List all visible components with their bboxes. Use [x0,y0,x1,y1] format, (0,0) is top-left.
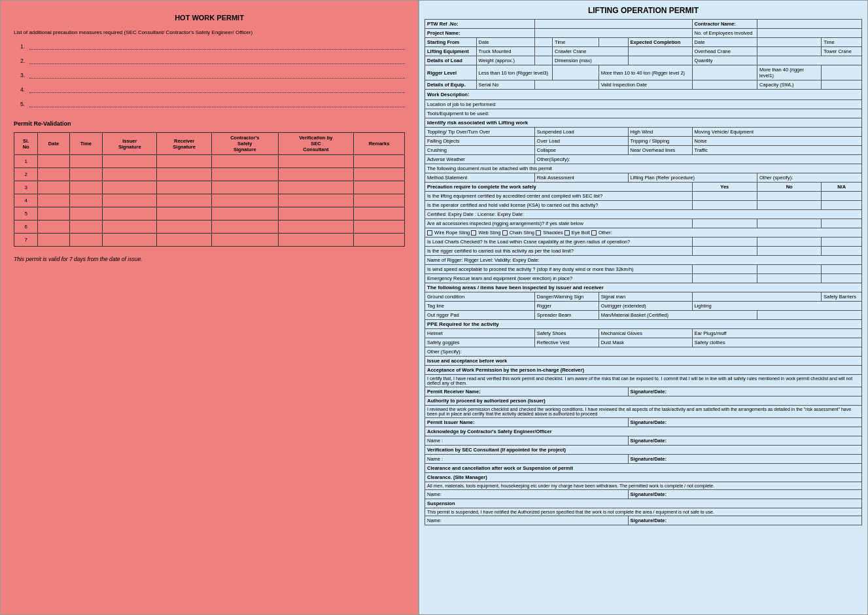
risk-overload: Over Load [534,137,628,146]
suspension-name-row: Name: Signature/Date: [425,516,862,525]
col-time: Time [69,133,102,155]
table-row: 3 [14,181,405,194]
inspection-row-3: Out rigger Pad Spreader Beam Man/Materia… [425,311,862,320]
row6-time [69,220,102,234]
start-date-label: Date [476,38,534,47]
lifting-equipment-row: Lifting Equipment Truck Mounted Crawler … [425,47,862,56]
col-remarks: Remarks [354,133,405,155]
precaution-q5: Wire Rope Sling Web Sling Chain Sling Sh… [425,228,862,237]
load-details-row: Details of Load Weight (approx.) Dimensi… [425,56,862,65]
dates-row: Starting From Date Time Expected Complet… [425,38,862,47]
q6-no [757,237,822,247]
row4-receiver [157,194,211,207]
starting-from-label: Starting From [425,38,477,47]
safety-goggles: Safety goggles [425,338,535,347]
project-name-label: Project Name: [425,29,535,38]
row6-issuer [103,220,157,234]
crawler-value [628,47,692,56]
line-4 [29,85,405,93]
row2-verification [278,168,353,181]
checkbox-web-sling[interactable] [471,230,476,236]
row3-receiver [157,181,211,194]
row6-remarks [354,220,405,234]
checkbox-wire-rope[interactable] [427,230,432,236]
q6-na [822,237,862,247]
verification-sig-label: Signature/Date: [628,455,861,464]
capacity-value [822,80,862,90]
safety-clothes: Safety clothes [692,338,861,347]
issue-acceptance-title: Issue and acceptance before work [425,357,862,366]
exp-date-label: Date [692,38,757,47]
location-text: Location of job to be performed: [427,101,496,107]
precaution-q3: Certified: Expiry Date : License: Expiry… [425,210,862,219]
risk-overhead: Near Overhead lines [628,146,692,155]
tools-label: Tools/Equipment to be used: [425,109,862,118]
weight-label: Weight (approx.) [476,56,534,65]
acknowledge-name-label: Name : [425,436,629,446]
risk-noise: Noise [692,137,861,146]
acknowledge-sig-label: Signature/Date: [628,436,861,446]
q5-text: Wire Rope Sling Web Sling Chain Sling Sh… [425,228,862,237]
q7-text: Is the rigger certified to carried out t… [425,247,693,256]
q2-no [757,201,822,210]
risk-row-2: Falling Objects Over Load Tripping / Sli… [425,137,862,146]
ptw-ref-label: PTW Ref .No: [425,20,535,29]
revalidation-title: Permit Re-Validation [14,120,405,127]
rigger-name-text: Name of Rigger: Rigger Level: Validity: … [425,256,862,265]
row2-receiver [157,168,211,181]
start-date-value [534,38,552,47]
risk-row-1: Toppling/ Tip Over/Turn Over Suspended L… [425,128,862,137]
location-label: Location of job to be performed: [425,100,862,109]
q8-no [757,265,822,274]
checkbox-chain-sling[interactable] [502,230,508,236]
checkbox-other[interactable] [591,230,597,236]
row3-remarks [354,181,405,194]
q6-text: Is Load Charts Checked? Is the Load with… [425,237,693,247]
crawler-crane-label: Crawler Crane [553,47,628,56]
acceptance-text-row: I certify that, I have read and verified… [425,375,862,387]
q8-text: Is wind speed acceptable to proceed the … [425,265,693,274]
other-specify-doc: Other (specify): [757,173,862,183]
rigger-label: Rigger [534,302,599,311]
other-specify-row: Other (Specify): [425,347,862,357]
q9-yes [692,274,757,283]
suspension-title: Suspension [425,499,862,508]
table-row: 4 [14,194,405,207]
row4-contractors [211,194,278,207]
less-10-value [553,65,599,80]
risk-toppling: Toppling/ Tip Over/Turn Over [425,128,535,137]
verification-name-row: Name : Signature/Date: [425,455,862,464]
more-10-40-value [692,65,757,80]
q1-na [822,192,862,201]
safety-shoes: Safety Shoes [534,329,599,338]
col-verification: Verification bySECConsultant [278,133,353,155]
clearance-title-row: Clearance and cancellation after work or… [425,464,862,473]
exp-date-value [757,38,822,47]
table-row: 2 [14,168,405,181]
checkbox-eye-bolt[interactable] [564,230,570,236]
suspension-text-row: This permit is suspended, I have notifie… [425,508,862,516]
attached-docs-text: The following document must be attached … [427,166,552,171]
issue-acceptance-row: Issue and acceptance before work [425,357,862,366]
row1-receiver [157,155,211,168]
ppe-row-1: Helmet Safety Shoes Mechanical Gloves Ea… [425,329,862,338]
verification-title: Verification by SEC Consultant (If appoi… [425,446,862,455]
ear-plugs: Ear Plugs/muff [692,329,861,338]
no-employees-label: No. of Employees involved [692,29,757,38]
row5-time [69,207,102,220]
inspection-header: The following areas / items have been in… [425,283,862,292]
inspection-row-1: Ground condition Danger/Warning Sign Sig… [425,292,862,302]
q7-no [757,247,822,256]
row1-time [69,155,102,168]
clearance-text: All men, materials, tools equipment, hou… [425,482,862,490]
precaution-q6: Is Load Charts Checked? Is the Load with… [425,237,862,247]
checkbox-shackles[interactable] [536,230,541,236]
safety-barriers-label: Safety Barriers [822,292,862,302]
capacity-label: Capacity (SWL) [757,80,822,90]
issuer-name-row: Permit Issuer Name: Signature/Date: [425,418,862,427]
row2-date [38,168,69,181]
acknowledge-title: Acknowledge by Contractor's Safety Engin… [425,427,862,436]
row4-time [69,194,102,207]
row2-sl: 2 [14,168,38,181]
contractor-name-value [757,20,862,29]
